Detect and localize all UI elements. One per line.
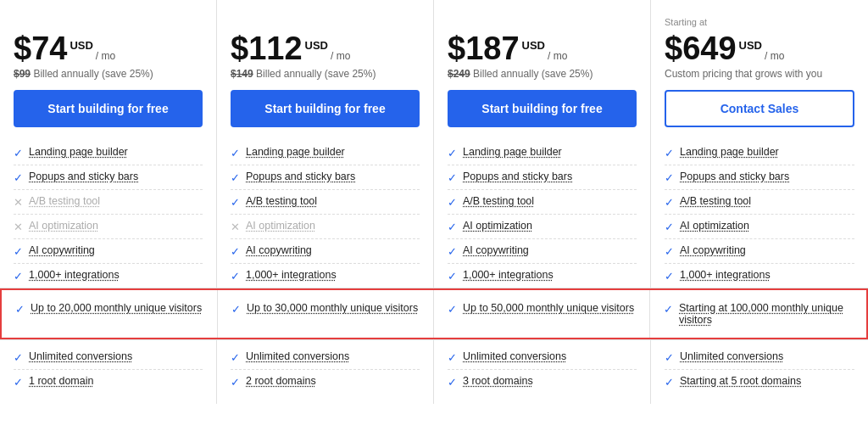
feature-item: ✓ AI copywriting — [231, 239, 420, 264]
bottom-feature-label: Unlimited conversions — [246, 350, 349, 362]
bottom-feature-label: Starting at 5 root domains — [680, 375, 801, 387]
feature-item-disabled: ✕ AI optimization — [231, 215, 420, 239]
check-icon: ✓ — [448, 376, 457, 389]
check-icon: ✓ — [14, 147, 23, 159]
feature-item: ✓ 1,000+ integrations — [448, 264, 637, 288]
highlight-feature-label: Starting at 100,000 monthly unique visit… — [679, 302, 853, 326]
feature-label: Landing page builder — [29, 146, 128, 158]
plan-col-optimize: $112 USD / mo $149 Billed annually (save… — [217, 0, 434, 288]
original-price-convert: $249 — [448, 68, 470, 80]
feature-label: AI optimization — [463, 220, 532, 232]
bottom-feature-item: ✓ Unlimited conversions — [665, 345, 854, 370]
bottom-feature-item: ✓ Unlimited conversions — [14, 345, 203, 370]
feature-item: ✓ Popups and sticky bars — [231, 165, 420, 190]
check-icon: ✓ — [14, 171, 23, 184]
plan-col-agency: Starting at $649 USD / mo Custom pricing… — [651, 0, 868, 288]
after-highlight: ✓ Unlimited conversions ✓ 1 root domain … — [0, 339, 868, 404]
feature-label: Landing page builder — [246, 146, 345, 158]
check-icon: ✓ — [14, 270, 23, 283]
feature-label: AI copywriting — [246, 244, 312, 256]
check-icon: ✓ — [665, 196, 674, 209]
feature-label: 1,000+ integrations — [246, 269, 337, 281]
feature-label: A/B testing tool — [463, 195, 534, 207]
feature-item: ✓ 1,000+ integrations — [665, 264, 854, 288]
starting-at-optimize — [231, 17, 420, 31]
currency-builder: USD — [70, 39, 92, 52]
feature-item: ✓ A/B testing tool — [448, 190, 637, 215]
check-icon: ✓ — [664, 303, 673, 316]
x-icon: ✕ — [14, 221, 23, 233]
billing-note-convert: Billed annually (save 25%) — [473, 68, 593, 80]
feature-label: 1,000+ integrations — [680, 269, 771, 281]
price-row-optimize: $112 USD / mo — [231, 32, 420, 64]
feature-item: ✓ AI copywriting — [665, 239, 854, 264]
feature-label: Landing page builder — [463, 146, 562, 158]
pricing-page: $74 USD / mo $99 Billed annually (save 2… — [0, 0, 868, 404]
cta-button-optimize[interactable]: Start building for free — [231, 90, 420, 127]
after-col-agency: ✓ Unlimited conversions ✓ Starting at 5 … — [651, 340, 868, 404]
check-icon: ✓ — [665, 351, 674, 364]
bottom-feature-label: Unlimited conversions — [463, 350, 566, 362]
feature-item: ✓ AI copywriting — [448, 239, 637, 264]
highlight-feature-label: Up to 50,000 monthly unique visitors — [463, 302, 634, 314]
check-icon: ✓ — [231, 171, 240, 184]
feature-label: A/B testing tool — [246, 195, 317, 207]
check-icon: ✓ — [231, 270, 240, 283]
starting-at-agency: Starting at — [665, 17, 854, 31]
bottom-feature-item: ✓ 1 root domain — [14, 370, 203, 394]
feature-label-disabled: AI optimization — [246, 220, 315, 232]
after-col-optimize: ✓ Unlimited conversions ✓ 2 root domains — [217, 340, 434, 404]
highlight-col-builder: ✓ Up to 20,000 monthly unique visitors — [2, 290, 218, 338]
billing-note-optimize: Billed annually (save 25%) — [256, 68, 376, 80]
feature-item: ✓ 1,000+ integrations — [14, 264, 203, 288]
check-icon: ✓ — [231, 245, 240, 258]
check-icon: ✓ — [231, 351, 240, 364]
currency-agency: USD — [739, 39, 762, 52]
highlight-col-optimize: ✓ Up to 30,000 monthly unique visitors — [218, 290, 434, 338]
check-icon: ✓ — [665, 376, 674, 389]
feature-item: ✓ 1,000+ integrations — [231, 264, 420, 288]
feature-item: ✓ Landing page builder — [665, 141, 854, 165]
feature-label: Popups and sticky bars — [463, 171, 572, 182]
plan-col-builder: $74 USD / mo $99 Billed annually (save 2… — [0, 0, 217, 288]
bottom-feature-label: 3 root domains — [463, 375, 533, 387]
highlight-feature-item: ✓ Up to 20,000 monthly unique visitors — [15, 297, 203, 321]
after-col-convert: ✓ Unlimited conversions ✓ 3 root domains — [434, 340, 651, 404]
highlight-col-agency: ✓ Starting at 100,000 monthly unique vis… — [650, 290, 866, 338]
check-icon: ✓ — [665, 245, 674, 258]
billing-row-builder: $99 Billed annually (save 25%) — [14, 68, 203, 80]
bottom-feature-item: ✓ 2 root domains — [231, 370, 420, 394]
x-icon: ✕ — [14, 196, 23, 209]
feature-item: ✓ AI optimization — [448, 215, 637, 239]
check-icon: ✓ — [448, 196, 457, 209]
price-row-convert: $187 USD / mo — [448, 32, 637, 64]
highlight-feature-label: Up to 30,000 monthly unique visitors — [247, 302, 418, 314]
feature-label-disabled: A/B testing tool — [29, 195, 100, 207]
check-icon: ✓ — [665, 221, 674, 233]
price-builder: $74 — [14, 32, 67, 64]
billing-row-optimize: $149 Billed annually (save 25%) — [231, 68, 420, 80]
check-icon: ✓ — [14, 351, 23, 364]
feature-item: ✓ Landing page builder — [448, 141, 637, 165]
price-agency: $649 — [665, 32, 737, 64]
starting-at-convert — [448, 17, 637, 31]
features-list-builder: ✓ Landing page builder ✓ Popups and stic… — [14, 141, 203, 288]
feature-item: ✓ Landing page builder — [231, 141, 420, 165]
check-icon: ✓ — [231, 196, 240, 209]
cta-button-builder[interactable]: Start building for free — [14, 90, 203, 127]
x-icon: ✕ — [231, 221, 240, 233]
check-icon: ✓ — [231, 303, 241, 316]
period-optimize: / mo — [331, 50, 350, 62]
feature-item: ✓ AI copywriting — [14, 239, 203, 264]
feature-label: A/B testing tool — [680, 195, 751, 207]
feature-label: AI copywriting — [29, 244, 95, 256]
original-price-optimize: $149 — [231, 68, 253, 80]
feature-label: AI copywriting — [463, 244, 529, 256]
check-icon: ✓ — [665, 270, 674, 283]
feature-item-disabled: ✕ A/B testing tool — [14, 190, 203, 215]
cta-button-agency[interactable]: Contact Sales — [665, 90, 854, 127]
cta-button-convert[interactable]: Start building for free — [448, 90, 637, 127]
feature-item: ✓ Popups and sticky bars — [448, 165, 637, 190]
bottom-feature-label: 2 root domains — [246, 375, 316, 387]
check-icon: ✓ — [448, 303, 457, 316]
